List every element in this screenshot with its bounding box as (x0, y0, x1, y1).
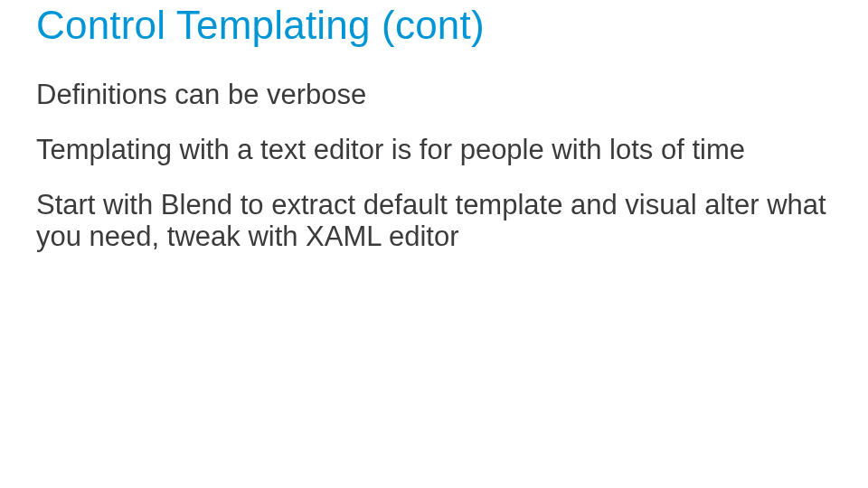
slide: Control Templating (cont) Definitions ca… (0, 0, 868, 488)
bullet-2: Templating with a text editor is for peo… (36, 135, 832, 166)
slide-title: Control Templating (cont) (36, 4, 832, 47)
bullet-3: Start with Blend to extract default temp… (36, 190, 832, 252)
bullet-1: Definitions can be verbose (36, 80, 832, 111)
